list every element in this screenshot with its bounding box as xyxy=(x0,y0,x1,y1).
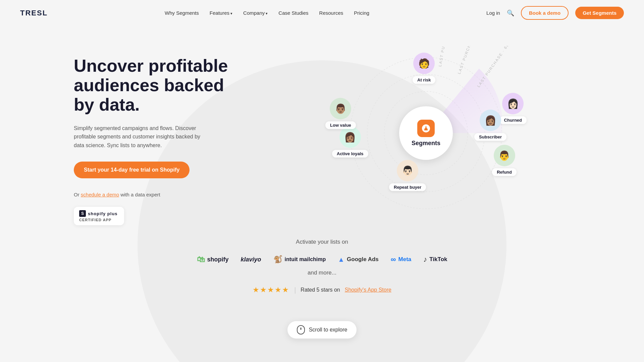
scroll-to-explore[interactable]: Scroll to explore xyxy=(287,321,357,339)
segments-icon xyxy=(417,120,435,137)
mailchimp-platform-label: intuit mailchimp xyxy=(285,256,326,262)
scroll-container: Scroll to explore xyxy=(0,314,644,352)
trial-button[interactable]: Start your 14-day free trial on Shopify xyxy=(74,162,190,178)
book-demo-button[interactable]: Book a demo xyxy=(521,6,569,20)
nav-links: Why Segments Features Company Case Studi… xyxy=(165,10,369,16)
mailchimp-icon: 🐒 xyxy=(273,255,282,264)
nav-link-features[interactable]: Features xyxy=(210,10,232,16)
label-subscriber: Subscriber xyxy=(474,133,506,141)
logo-text: TRESL xyxy=(20,9,48,17)
hero-diagram: LAST PURCHASE · 60 DAYS LAST PURCHASE · … xyxy=(228,46,624,220)
shopify-platform-label: shopify xyxy=(207,256,229,263)
shopify-platform-icon: 🛍 xyxy=(197,255,205,264)
nav-link-pricing[interactable]: Pricing xyxy=(354,10,369,16)
segment-at-risk: 🧑 At risk xyxy=(413,53,435,84)
nav-link-case-studies[interactable]: Case Studies xyxy=(278,10,308,16)
avatar-at-risk: 🧑 xyxy=(413,53,435,74)
avatar-repeat-buyer: 👨🏻 xyxy=(397,160,418,181)
diagram: LAST PURCHASE · 60 DAYS LAST PURCHASE · … xyxy=(325,46,527,220)
shopify-app-store-link[interactable]: Shopify's App Store xyxy=(345,287,391,293)
mouse-icon xyxy=(297,325,305,335)
nav-link-resources[interactable]: Resources xyxy=(319,10,343,16)
nav-item-company[interactable]: Company xyxy=(243,10,268,16)
bottom-section: Activate your lists on 🛍 shopify klaviyo… xyxy=(0,225,644,314)
shopify-plus-logo: S shopify plus xyxy=(79,210,118,217)
segment-subscriber: 👩🏽 Subscriber xyxy=(474,110,506,141)
nav-item-case-studies[interactable]: Case Studies xyxy=(278,10,308,16)
certified-badge: S shopify plus CERTIFIED APP xyxy=(74,207,124,225)
label-at-risk: At risk xyxy=(413,76,435,84)
center-segments-circle: Segments xyxy=(399,106,453,160)
rating-divider: | xyxy=(294,286,296,294)
nav-actions: Log in 🔍 Book a demo Get Segments xyxy=(486,6,624,20)
google-ads-platform-label: Google Ads xyxy=(347,256,379,263)
nav-item-why-segments[interactable]: Why Segments xyxy=(165,10,199,16)
login-link[interactable]: Log in xyxy=(486,10,500,16)
hero-or-text: Or schedule a demo with a data expert xyxy=(74,192,241,197)
shopify-icon: S xyxy=(79,210,86,217)
nav-item-pricing[interactable]: Pricing xyxy=(354,10,369,16)
avatar-refund: 👨 xyxy=(494,145,515,166)
navbar: TRESL Why Segments Features Company Case… xyxy=(0,0,644,26)
certified-text: CERTIFIED APP xyxy=(79,218,111,222)
rating-row: ★★★★★ | Rated 5 stars on Shopify's App S… xyxy=(0,286,644,294)
tiktok-icon: ♪ xyxy=(423,255,427,264)
label-repeat-buyer: Repeat buyer xyxy=(389,183,426,191)
svg-text:LAST PURCHASE · 60 DAYS: LAST PURCHASE · 60 DAYS xyxy=(476,46,518,88)
meta-platform-label: Meta xyxy=(398,256,412,263)
label-refund: Refund xyxy=(492,168,517,176)
platform-tiktok: ♪ TikTok xyxy=(423,255,447,264)
svg-text:LAST PURCHASE · 2 DAYS: LAST PURCHASE · 2 DAYS xyxy=(438,46,453,67)
segment-refund: 👨 Refund xyxy=(492,145,517,176)
label-low-value: Low value xyxy=(325,121,356,129)
platforms-list: 🛍 shopify klaviyo 🐒 intuit mailchimp ▲ G… xyxy=(0,255,644,264)
hero-section: Uncover profitable audiences backed by d… xyxy=(0,26,644,225)
schedule-demo-link[interactable]: schedule a demo xyxy=(81,192,119,197)
and-more-text: and more... xyxy=(0,269,644,276)
segment-low-value: 👨🏽 Low value xyxy=(325,98,356,129)
hero-title: Uncover profitable audiences backed by d… xyxy=(74,56,241,115)
shopify-plus-text: shopify plus xyxy=(88,211,118,216)
nav-link-company[interactable]: Company xyxy=(243,10,268,16)
rating-prefix: Rated 5 stars on xyxy=(301,287,340,293)
center-label: Segments xyxy=(412,140,440,147)
platform-meta: ∞ Meta xyxy=(391,255,411,264)
logo[interactable]: TRESL xyxy=(20,9,48,17)
hero-description: Simplify segmented campaigns and flows. … xyxy=(74,124,201,150)
google-ads-icon: ▲ xyxy=(338,256,344,263)
hero-content: Uncover profitable audiences backed by d… xyxy=(74,46,241,225)
platform-klaviyo: klaviyo xyxy=(241,256,261,263)
platform-google-ads: ▲ Google Ads xyxy=(338,256,379,263)
nav-item-resources[interactable]: Resources xyxy=(319,10,343,16)
activate-text: Activate your lists on xyxy=(0,239,644,245)
label-active-loyals: Active loyals xyxy=(332,150,368,158)
platform-shopify: 🛍 shopify xyxy=(197,255,229,264)
scroll-label: Scroll to explore xyxy=(309,327,347,333)
platform-mailchimp: 🐒 intuit mailchimp xyxy=(273,255,326,264)
avatar-low-value: 👨🏽 xyxy=(330,98,351,119)
klaviyo-platform-label: klaviyo xyxy=(241,256,261,263)
avatar-active-loyals: 👩🏽 xyxy=(339,126,361,148)
avatar-subscriber: 👩🏽 xyxy=(480,110,501,131)
segments-logo-icon xyxy=(421,123,431,134)
segment-active-loyals: 👩🏽 Active loyals xyxy=(332,126,368,158)
nav-item-features[interactable]: Features xyxy=(210,10,232,16)
get-segments-button[interactable]: Get Segments xyxy=(575,7,624,19)
segment-repeat-buyer: 👨🏻 Repeat buyer xyxy=(389,160,426,191)
meta-icon: ∞ xyxy=(391,255,396,264)
nav-link-why-segments[interactable]: Why Segments xyxy=(165,10,199,16)
star-rating: ★★★★★ xyxy=(253,286,289,294)
search-icon[interactable]: 🔍 xyxy=(507,9,514,17)
tiktok-platform-label: TikTok xyxy=(429,256,447,263)
